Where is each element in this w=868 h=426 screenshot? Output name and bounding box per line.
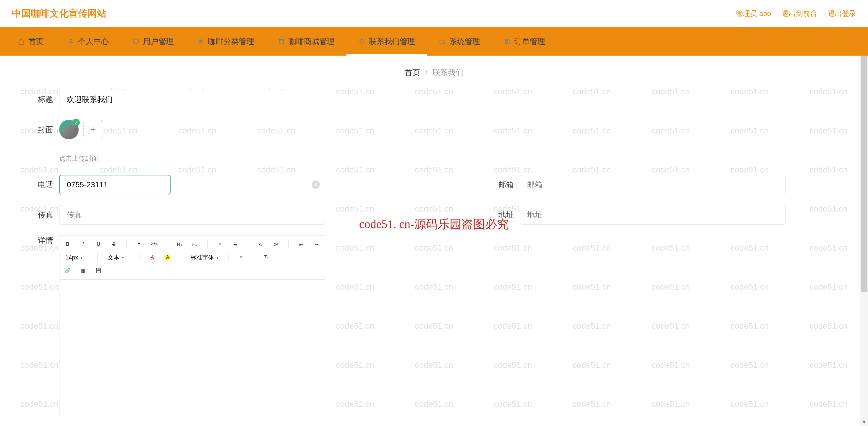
bg-color-icon[interactable]: A bbox=[163, 253, 173, 262]
save-icon[interactable]: 💾 bbox=[94, 266, 103, 275]
h1-icon[interactable]: H₁ bbox=[175, 239, 184, 249]
outdent-icon[interactable]: ⇤ bbox=[296, 239, 306, 249]
check-icon: ✓ bbox=[72, 119, 80, 126]
editor-toolbar: B I U S ❝ </> H₁ H₂ ≡ ☰ x₂ x² bbox=[59, 235, 325, 280]
nav-category-manage[interactable]: 咖啡分类管理 bbox=[186, 27, 266, 56]
subscript-icon[interactable]: x₂ bbox=[256, 239, 265, 249]
nav-order-manage[interactable]: 订单管理 bbox=[492, 27, 557, 56]
nav-label: 系统管理 bbox=[450, 36, 480, 47]
phone-input[interactable] bbox=[59, 175, 170, 194]
address-label: 地址 bbox=[490, 210, 514, 220]
cover-label: 封面 bbox=[30, 124, 53, 135]
title-label: 标题 bbox=[30, 94, 53, 105]
breadcrumb-separator: / bbox=[425, 68, 427, 77]
clear-icon[interactable]: ✕ bbox=[312, 180, 320, 189]
h2-icon[interactable]: H₂ bbox=[190, 239, 199, 249]
list-icon bbox=[504, 38, 511, 45]
indent-icon[interactable]: ⇥ bbox=[312, 239, 321, 249]
nav-bar: 首页 个人中心 用户管理 咖啡分类管理 咖啡商城管理 联系我们管理 系统管理 订… bbox=[0, 27, 868, 56]
header-right-links: 管理员 abo 退出到前台 退出登录 bbox=[736, 9, 856, 18]
nav-label: 咖啡商城管理 bbox=[288, 36, 335, 47]
editor-content[interactable] bbox=[59, 280, 325, 416]
nav-label: 咖啡分类管理 bbox=[208, 36, 254, 47]
clear-format-icon[interactable]: T× bbox=[261, 253, 271, 262]
scrollbar-down-icon[interactable]: ▼ bbox=[860, 418, 868, 426]
admin-label[interactable]: 管理员 abo bbox=[736, 9, 771, 18]
cover-thumbnail[interactable]: ✓ bbox=[59, 120, 79, 139]
nav-system-manage[interactable]: 系统管理 bbox=[427, 27, 492, 56]
italic-icon[interactable]: I bbox=[79, 239, 88, 249]
title-input[interactable] bbox=[59, 90, 325, 109]
nav-label: 联系我们管理 bbox=[369, 36, 415, 47]
tag-icon bbox=[358, 38, 365, 45]
nav-mall-manage[interactable]: 咖啡商城管理 bbox=[266, 27, 346, 56]
address-input[interactable] bbox=[520, 205, 786, 225]
exit-to-front-link[interactable]: 退出到前台 bbox=[782, 9, 817, 18]
detail-label: 详情 bbox=[30, 235, 53, 246]
phone-label: 电话 bbox=[30, 179, 53, 190]
nav-label: 首页 bbox=[28, 36, 44, 47]
nav-home[interactable]: 首页 bbox=[6, 27, 56, 56]
calendar-icon bbox=[278, 38, 285, 45]
link-icon[interactable]: 🔗 bbox=[63, 266, 72, 275]
nav-label: 用户管理 bbox=[143, 36, 174, 47]
unordered-list-icon[interactable]: ☰ bbox=[230, 239, 240, 249]
fax-label: 传真 bbox=[30, 210, 53, 220]
rich-text-editor: B I U S ❝ </> H₁ H₂ ≡ ☰ x₂ x² bbox=[59, 235, 325, 416]
superscript-icon[interactable]: x² bbox=[271, 239, 281, 249]
svg-rect-6 bbox=[279, 40, 284, 44]
header-bar: 中国咖啡文化宣传网站 管理员 abo 退出到前台 退出登录 bbox=[0, 0, 868, 27]
logout-link[interactable]: 退出登录 bbox=[828, 9, 856, 18]
upload-hint: 点击上传封面 bbox=[59, 154, 838, 163]
bold-icon[interactable]: B bbox=[63, 239, 72, 249]
breadcrumb: 首页 / 联系我们 bbox=[0, 56, 868, 90]
strikethrough-icon[interactable]: S bbox=[109, 239, 119, 249]
code-icon[interactable]: </> bbox=[150, 239, 159, 249]
nav-user-manage[interactable]: 用户管理 bbox=[121, 27, 186, 56]
email-input[interactable] bbox=[520, 175, 786, 194]
nav-label: 个人中心 bbox=[78, 36, 109, 47]
quote-icon[interactable]: ❝ bbox=[134, 239, 144, 249]
font-family-select[interactable]: 标准字体▾ bbox=[188, 253, 221, 262]
power-icon bbox=[132, 38, 140, 45]
fax-input[interactable] bbox=[59, 205, 325, 225]
font-size-select[interactable]: 14px▾ bbox=[63, 254, 90, 261]
document-icon bbox=[197, 38, 205, 45]
image-icon[interactable]: ▦ bbox=[79, 266, 88, 275]
svg-point-0 bbox=[70, 39, 72, 41]
nav-profile[interactable]: 个人中心 bbox=[56, 27, 121, 56]
align-icon[interactable]: ≡ bbox=[237, 253, 246, 262]
text-style-select[interactable]: 文本▾ bbox=[105, 253, 132, 262]
breadcrumb-current: 联系我们 bbox=[433, 68, 463, 77]
nav-label: 订单管理 bbox=[515, 36, 545, 47]
email-label: 邮箱 bbox=[490, 179, 514, 190]
upload-cover-button[interactable]: + bbox=[83, 120, 103, 139]
nav-contact-manage[interactable]: 联系我们管理 bbox=[346, 27, 427, 56]
home-icon bbox=[18, 38, 25, 45]
user-icon bbox=[67, 38, 74, 45]
site-title: 中国咖啡文化宣传网站 bbox=[12, 7, 106, 20]
folder-icon bbox=[439, 38, 446, 45]
underline-icon[interactable]: U bbox=[94, 239, 103, 249]
breadcrumb-root[interactable]: 首页 bbox=[405, 68, 420, 77]
text-color-icon[interactable]: A bbox=[148, 253, 157, 262]
form-area: 标题 封面 ✓ + 点击上传封面 电话 ✕ 邮箱 传真 bbox=[0, 90, 868, 416]
ordered-list-icon[interactable]: ≡ bbox=[215, 239, 225, 249]
